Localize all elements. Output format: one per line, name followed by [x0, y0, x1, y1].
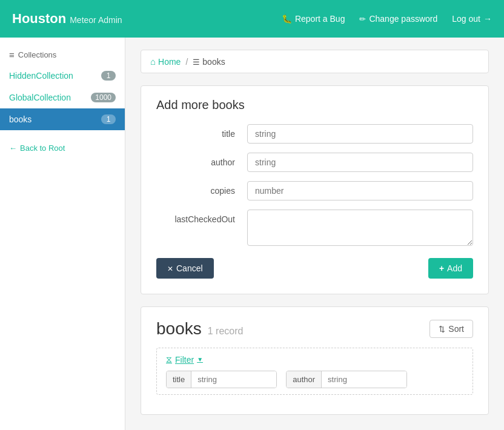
logout-link[interactable]: Log out — [452, 14, 492, 24]
sidebar-item-label: HiddenCollection — [9, 71, 73, 81]
x-icon — [167, 263, 173, 273]
main-content: Home / books Add more books title author… — [125, 38, 504, 430]
brand-name-light: Meteor Admin — [70, 15, 122, 25]
filter-title-label: title — [167, 371, 191, 388]
sidebar-item-books[interactable]: books 1 — [0, 108, 125, 130]
stack-icon — [9, 50, 15, 60]
form-actions: Cancel Add — [156, 258, 473, 279]
copies-input[interactable] — [247, 181, 473, 200]
header: Houston Meteor Admin Report a Bug Change… — [0, 0, 504, 38]
sidebar-item-badge: 1 — [101, 114, 116, 124]
sidebar-item-badge: 1000 — [91, 93, 116, 102]
sidebar-item-global[interactable]: GlobalCollection 1000 — [0, 87, 125, 108]
collections-label: Collections — [0, 44, 125, 65]
filter-author-group: author — [286, 371, 407, 388]
field-copies-row: copies — [156, 181, 473, 200]
books-list-section: books 1 record Sort ⧖ Filter ▼ title — [141, 306, 489, 415]
header-nav: Report a Bug Change password Log out — [282, 14, 492, 24]
plus-icon — [439, 263, 444, 273]
breadcrumb-current-label: books — [202, 57, 225, 67]
sort-label: Sort — [448, 324, 464, 334]
sidebar-item-badge: 1 — [101, 71, 116, 81]
breadcrumb-home-link[interactable]: Home — [150, 56, 181, 67]
sort-button[interactable]: Sort — [429, 320, 473, 338]
filter-author-input[interactable] — [322, 371, 406, 388]
filter-title-input[interactable] — [191, 371, 276, 388]
field-lastcheckedout-label: lastCheckedOut — [156, 210, 247, 224]
cancel-button[interactable]: Cancel — [156, 258, 214, 279]
add-label: Add — [447, 263, 462, 273]
report-bug-label: Report a Bug — [295, 14, 345, 24]
sort-icon — [439, 324, 445, 334]
field-author-row: author — [156, 153, 473, 172]
filter-button[interactable]: ⧖ Filter ▼ — [166, 354, 203, 365]
filter-title-group: title — [166, 371, 277, 388]
title-input[interactable] — [247, 124, 473, 144]
back-to-root-label: Back to Root — [20, 144, 65, 153]
books-title-row: books 1 record — [156, 319, 243, 339]
pencil-icon — [359, 14, 366, 24]
brand-name-bold: Houston — [12, 11, 66, 27]
sidebar-item-label: GlobalCollection — [9, 93, 71, 102]
db-icon — [193, 57, 200, 67]
signout-icon — [483, 14, 492, 24]
books-header: books 1 record Sort — [156, 319, 473, 339]
books-count: 1 record — [208, 326, 244, 337]
add-form-section: Add more books title author copies lastC… — [141, 85, 489, 294]
sidebar-item-hidden[interactable]: HiddenCollection 1 — [0, 65, 125, 87]
logout-label: Log out — [452, 14, 480, 24]
sidebar: Collections HiddenCollection 1 GlobalCol… — [0, 38, 125, 430]
field-lastcheckedout-row: lastCheckedOut — [156, 210, 473, 246]
home-icon — [150, 56, 156, 67]
filter-inputs: title author — [166, 371, 463, 388]
filter-chevron-icon: ▼ — [197, 356, 203, 363]
arrow-left-icon — [9, 144, 17, 153]
funnel-icon: ⧖ — [166, 354, 172, 365]
layout: Collections HiddenCollection 1 GlobalCol… — [0, 38, 504, 430]
bug-icon — [282, 14, 292, 24]
report-bug-link[interactable]: Report a Bug — [282, 14, 345, 24]
change-password-label: Change password — [369, 14, 437, 24]
add-button[interactable]: Add — [428, 258, 473, 279]
lastcheckedout-input[interactable] — [247, 210, 473, 246]
breadcrumb-home-label: Home — [158, 57, 181, 67]
breadcrumb-current: books — [193, 57, 225, 67]
cancel-label: Cancel — [176, 263, 203, 273]
sidebar-item-label: books — [9, 114, 31, 124]
field-author-label: author — [156, 153, 247, 167]
author-input[interactable] — [247, 153, 473, 172]
add-form-title: Add more books — [156, 98, 473, 112]
back-to-root-link[interactable]: Back to Root — [0, 136, 125, 160]
breadcrumb: Home / books — [141, 50, 489, 73]
breadcrumb-separator: / — [185, 57, 188, 67]
filter-row: ⧖ Filter ▼ title author — [156, 348, 473, 395]
field-title-label: title — [156, 124, 247, 139]
filter-label: Filter — [175, 355, 194, 365]
field-copies-label: copies — [156, 181, 247, 196]
brand: Houston Meteor Admin — [12, 11, 282, 27]
filter-author-label: author — [287, 371, 322, 388]
field-title-row: title — [156, 124, 473, 144]
books-title: books — [156, 319, 202, 339]
change-password-link[interactable]: Change password — [359, 14, 437, 24]
